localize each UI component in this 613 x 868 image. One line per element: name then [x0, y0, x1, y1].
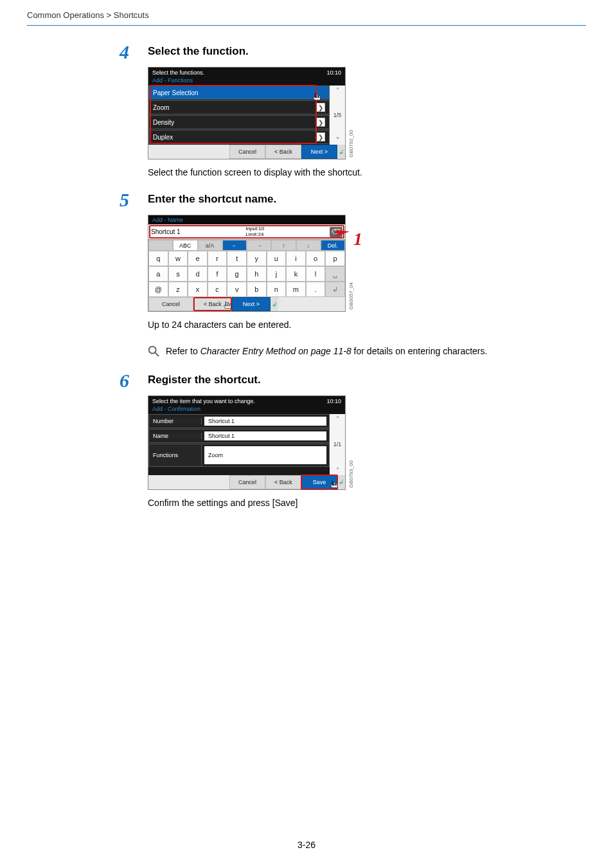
key-q[interactable]: q — [148, 251, 168, 266]
step-4-heading: Select the function. — [148, 45, 581, 58]
key-f[interactable]: f — [208, 266, 227, 282]
note-text: Refer to Character Entry Method on page … — [166, 345, 487, 358]
cancel-button[interactable]: Cancel — [148, 297, 193, 311]
key-k[interactable]: k — [286, 266, 306, 282]
panel-prompt: Select the functions. — [152, 69, 204, 76]
back-button[interactable]: < Back — [265, 145, 301, 159]
key-p[interactable]: p — [325, 251, 345, 266]
fn-zoom[interactable]: Zoom ❯ — [148, 100, 330, 114]
key-s[interactable]: s — [168, 266, 188, 282]
key-o[interactable]: o — [306, 251, 326, 266]
key-w[interactable]: w — [168, 251, 188, 266]
key-t[interactable]: t — [227, 251, 247, 266]
key-y[interactable]: y — [247, 251, 267, 266]
arrow-left-icon[interactable]: ← — [222, 240, 247, 251]
chevron-up-icon[interactable]: ˄ — [336, 415, 339, 422]
chevron-right-icon: ❯ — [316, 118, 325, 127]
screen-code: GB0793_00 — [348, 460, 354, 488]
chevron-right-icon: ❯ — [316, 103, 325, 112]
key-space[interactable]: ␣ — [325, 266, 345, 282]
note-row: Refer to Character Entry Method on page … — [148, 345, 581, 358]
cancel-button[interactable]: Cancel — [229, 145, 265, 159]
back-button[interactable]: < Back — [193, 297, 232, 311]
key-g[interactable]: g — [227, 266, 247, 282]
panel-footer: Cancel < Back Save ↲ — [148, 475, 345, 489]
conf-label: Name — [149, 433, 202, 439]
conf-value: Zoom — [204, 446, 326, 464]
key-c[interactable]: c — [208, 282, 227, 297]
svg-point-0 — [149, 347, 156, 354]
function-select-panel: Select the functions. 10:10 Add - Functi… — [148, 67, 346, 159]
shortcut-name-field[interactable]: Shortcut 1 — [151, 228, 181, 235]
save-button[interactable]: Save — [301, 475, 337, 489]
note-pre: Refer to — [166, 346, 200, 356]
save-label: Save — [313, 479, 326, 485]
arrow-down-icon[interactable]: ↓ — [296, 240, 321, 251]
key-u[interactable]: u — [267, 251, 287, 266]
step-6-heading: Register the shortcut. — [148, 374, 581, 386]
step-5: 5 Enter the shortcut name. 1 Add - Name … — [148, 193, 581, 358]
key-r[interactable]: r — [208, 251, 227, 266]
fn-label: Density — [153, 119, 174, 126]
key-period[interactable]: . — [306, 282, 326, 297]
mode-abc[interactable]: ABC — [173, 240, 197, 251]
key-h[interactable]: h — [247, 266, 267, 282]
note-post: for details on entering characters. — [351, 346, 488, 356]
conf-row-functions[interactable]: Functions Zoom — [148, 444, 330, 467]
step-6-caption: Confirm the settings and press [Save] — [148, 498, 581, 508]
key-b[interactable]: b — [247, 282, 267, 297]
delete-button[interactable]: Del. — [321, 240, 345, 251]
chevron-down-icon[interactable]: ˅ — [336, 136, 339, 143]
key-at[interactable]: @ — [148, 282, 168, 297]
back-button[interactable]: < Back — [265, 475, 301, 489]
scroll-column: ˄ 1/5 ˅ — [330, 86, 345, 145]
key-e[interactable]: e — [188, 251, 208, 266]
key-d[interactable]: d — [188, 266, 208, 282]
key-a[interactable]: a — [148, 266, 168, 282]
mode-shift[interactable] — [148, 240, 173, 251]
screen-code: GB0057_04 — [348, 282, 354, 310]
note-link[interactable]: Character Entry Method on page 11-8 — [200, 346, 351, 356]
fn-paper-selection[interactable]: Paper Selection — [148, 86, 330, 100]
key-x[interactable]: x — [188, 282, 208, 297]
magnifier-icon — [148, 345, 159, 357]
conf-label: Number — [149, 418, 202, 424]
fn-label: Duplex — [153, 134, 173, 141]
fn-label: Zoom — [153, 104, 170, 111]
key-v[interactable]: v — [227, 282, 247, 297]
next-button[interactable]: Next > — [301, 145, 337, 159]
page-indicator: 1/5 — [333, 112, 342, 118]
input-info-row: Shortcut 1 Input:10 Limit:24 ⌫ — [148, 224, 345, 240]
chevron-up-icon[interactable]: ˄ — [336, 87, 339, 94]
backspace-icon[interactable]: ⌫ — [330, 227, 342, 237]
content-area: 4 Select the function. Select the functi… — [148, 26, 581, 508]
step-6-number: 6 — [120, 370, 129, 392]
arrow-up-icon[interactable]: ↑ — [271, 240, 296, 251]
cancel-button[interactable]: Cancel — [229, 475, 265, 489]
key-z[interactable]: z — [168, 282, 188, 297]
enter-icon: ↲ — [337, 145, 345, 159]
conf-row-number[interactable]: Number Shortcut 1 — [148, 414, 330, 428]
fn-duplex[interactable]: Duplex ❯ — [148, 130, 330, 144]
key-grid: q w e r t y u i o p a s d — [148, 251, 345, 297]
conf-label: Functions — [149, 444, 202, 466]
confirmation-panel: Select the item that you want to change.… — [148, 395, 346, 490]
key-j[interactable]: j — [267, 266, 287, 282]
key-enter[interactable]: ↲ — [325, 282, 345, 297]
chevron-down-icon[interactable]: ˅ — [336, 467, 339, 474]
key-l[interactable]: l — [306, 266, 326, 282]
panel-clock: 10:10 — [326, 398, 341, 404]
conf-row-name[interactable]: Name Shortcut 1 — [148, 429, 330, 443]
step-4: 4 Select the function. Select the functi… — [148, 45, 581, 177]
next-button[interactable]: Next > — [232, 297, 271, 311]
key-n[interactable]: n — [267, 282, 287, 297]
panel-clock: 10:10 — [326, 69, 341, 76]
fn-label: Paper Selection — [153, 89, 199, 96]
fn-density[interactable]: Density ❯ — [148, 115, 330, 129]
key-i[interactable]: i — [286, 251, 306, 266]
arrow-right-icon[interactable]: → — [247, 240, 271, 251]
key-m[interactable]: m — [286, 282, 306, 297]
panel-subtitle: Add - Confirmation — [148, 405, 345, 414]
panel-header: Select the item that you want to change.… — [148, 396, 345, 405]
mode-case[interactable]: a/A — [198, 240, 222, 251]
